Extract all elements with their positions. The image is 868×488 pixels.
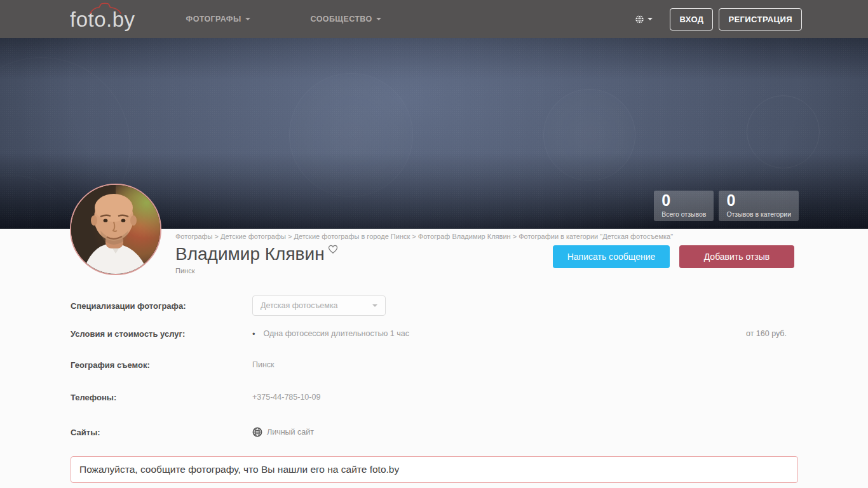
globe-icon [252,427,262,437]
send-message-button[interactable]: Написать сообщение [553,245,670,268]
pricing-amount: от 160 руб. [746,329,798,338]
row-sites: Сайты: Личный сайт [71,423,798,441]
add-review-button[interactable]: Добавить отзыв [679,245,794,268]
login-button[interactable]: ВХОД [670,8,713,30]
stat-label: Всего отзывов [661,210,706,218]
nav-item-photographers[interactable]: ФОТОГРАФЫ [186,15,250,24]
row-label: Специализации фотографа: [71,301,252,311]
breadcrumb-item[interactable]: Фотографии в категории "Детская фотосъем… [519,233,673,240]
stats-group: 0 Всего отзывов 0 Отзывов в категории [654,191,799,221]
stat-value: 0 [726,193,791,208]
site-link-label: Личный сайт [267,428,314,437]
row-specializations: Специализации фотографа: Детская фотосъе… [71,295,798,316]
language-menu[interactable] [635,15,653,24]
register-button[interactable]: РЕГИСТРАЦИЯ [719,8,802,30]
page: foto.by ФОТОГРАФЫ СООБЩЕСТВО ВХОД РЕГИСТ… [0,0,868,488]
row-label: Условия и стоимость услуг: [71,329,252,339]
camera-outline-icon [89,3,122,14]
chevron-down-icon [245,18,250,20]
favorite-button[interactable] [327,243,339,257]
breadcrumb-item[interactable]: Детские фотографы в городе Пинск [294,233,418,240]
globe-icon [635,15,644,24]
nav-item-community[interactable]: СООБЩЕСТВО [311,15,381,24]
specialization-select[interactable]: Детская фотосъемка [252,295,386,316]
breadcrumb: ФотографыДетские фотографыДетские фотогр… [175,233,673,240]
row-label: Сайты: [71,428,252,437]
heart-icon [327,243,339,255]
pricing-item: Одна фотосессия длительностью 1 час [252,329,409,339]
row-label: Телефоны: [71,393,252,402]
row-label: География съемок: [71,360,252,370]
chevron-down-icon [648,18,653,20]
selected-option: Детская фотосъемка [261,301,338,310]
avatar-photo [71,185,160,274]
profile-city: Пинск [175,267,194,274]
breadcrumb-item[interactable]: Детские фотографы [220,233,294,240]
row-pricing: Условия и стоимость услуг: Одна фотосесс… [71,327,798,341]
phone-value: +375-44-785-10-09 [252,393,320,402]
stat-category-reviews: 0 Отзывов в категории [719,191,799,221]
chevron-down-icon [372,304,377,307]
notice-text: Пожалуйста, сообщите фотографу, что Вы н… [79,464,399,475]
title-row: Владимир Клявин [175,245,339,264]
personal-site-link[interactable]: Личный сайт [252,427,314,437]
row-phones: Телефоны: +375-44-785-10-09 [71,390,798,404]
notice-banner: Пожалуйста, сообщите фотографу, что Вы н… [71,456,798,483]
breadcrumb-item[interactable]: Фотограф Владимир Клявин [418,233,519,240]
avatar[interactable] [70,184,161,275]
page-title: Владимир Клявин [175,245,325,264]
brand-logo[interactable]: foto.by [70,9,135,30]
chevron-down-icon [376,18,381,20]
stat-label: Отзывов в категории [726,210,791,218]
stat-total-reviews: 0 Всего отзывов [654,191,714,221]
breadcrumb-item[interactable]: Фотографы [175,233,220,240]
geography-value: Пинск [252,360,275,369]
navbar-right: ВХОД РЕГИСТРАЦИЯ [635,8,802,30]
row-geography: География съемок: Пинск [71,358,798,372]
stat-value: 0 [661,193,706,208]
nav-item-label: ФОТОГРАФЫ [186,15,241,24]
nav-item-label: СООБЩЕСТВО [311,15,372,24]
top-navbar: foto.by ФОТОГРАФЫ СООБЩЕСТВО ВХОД РЕГИСТ… [0,0,868,38]
